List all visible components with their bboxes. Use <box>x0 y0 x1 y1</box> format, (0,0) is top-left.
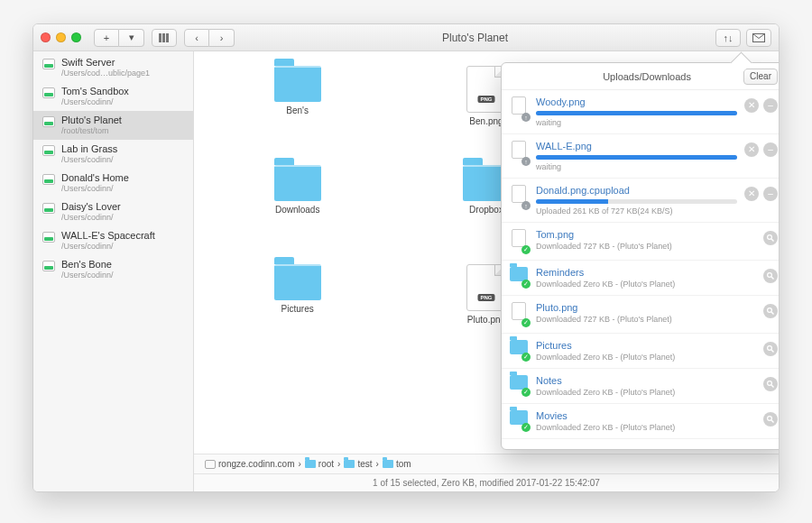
success-badge-icon: ✓ <box>521 245 531 254</box>
transfer-status: Downloaded Zero KB - (Pluto's Planet) <box>536 352 756 362</box>
clear-transfers-button[interactable]: Clear <box>743 69 778 85</box>
upload-badge-icon: ↑ <box>521 157 531 166</box>
sidebar-item-path: /Users/codinn/ <box>61 242 155 252</box>
sidebar-item-path: /Users/codinn/ <box>61 271 114 280</box>
transfer-name: Tom.png <box>536 228 756 241</box>
success-badge-icon: ✓ <box>521 353 531 362</box>
svg-line-11 <box>771 350 774 353</box>
sidebar-item[interactable]: Daisy's Lover /Users/codinn/ <box>33 197 193 226</box>
sidebar-item-name: Tom's Sandbox <box>61 86 129 97</box>
transfer-name: Pictures <box>536 339 756 352</box>
transfer-status: waiting <box>536 161 737 172</box>
status-bar: 1 of 15 selected, Zero KB, modified 2017… <box>194 473 779 491</box>
reveal-transfer-button[interactable] <box>763 269 778 283</box>
transfer-status: Uploaded 261 KB of 727 KB(24 KB/S) <box>536 206 737 216</box>
transfer-name: Woody.png <box>536 96 737 108</box>
breadcrumb-host[interactable]: rongze.codinn.com <box>218 459 295 469</box>
sidebar-item-path: /Users/codinn/ <box>61 97 129 107</box>
server-icon <box>42 87 55 98</box>
transfer-progress <box>536 155 737 160</box>
cancel-transfer-button[interactable]: ✕ <box>744 98 759 113</box>
sidebar-item[interactable]: Ben's Bone /Users/codinn/ <box>33 255 193 284</box>
cancel-transfer-button[interactable]: ✕ <box>744 142 759 157</box>
sidebar-item[interactable]: Tom's Sandbox /Users/codinn/ <box>33 82 193 111</box>
view-mode-button[interactable] <box>152 29 177 47</box>
sidebar-item[interactable]: Lab in Grass /Users/codinn/ <box>33 140 193 169</box>
back-button[interactable]: ‹ <box>184 29 209 47</box>
cancel-transfer-button[interactable]: ✕ <box>744 187 759 201</box>
file-label: Dropbox <box>469 205 503 215</box>
folder-icon <box>383 460 393 468</box>
reveal-transfer-button[interactable] <box>763 231 778 245</box>
transfer-row: ✓ Pluto.png Downloaded 727 KB - (Pluto's… <box>502 296 780 334</box>
document-icon <box>512 229 526 247</box>
sidebar-item[interactable]: Pluto's Planet /root/test/tom <box>33 111 193 140</box>
sidebar-item-name: Pluto's Planet <box>61 115 122 126</box>
forward-button[interactable]: › <box>209 29 235 47</box>
document-icon <box>512 185 526 203</box>
svg-line-5 <box>771 239 774 242</box>
transfer-row: ↑ Woody.png waiting ✕– <box>502 90 780 134</box>
transfers-button[interactable]: ↑↓ <box>715 29 741 47</box>
svg-line-15 <box>771 420 774 423</box>
file-item[interactable]: Pictures <box>239 264 356 314</box>
add-menu-button[interactable]: ▾ <box>119 29 144 47</box>
sidebar-item[interactable]: WALL-E's Spacecraft /Users/codinn/ <box>33 226 193 255</box>
columns-icon <box>159 33 170 42</box>
transfer-status: Downloaded Zero KB - (Pluto's Planet) <box>536 387 756 398</box>
transfer-progress <box>536 199 737 204</box>
folder-icon <box>305 460 316 468</box>
transfer-name: Notes <box>536 374 756 387</box>
svg-point-14 <box>768 417 772 421</box>
add-button[interactable]: + <box>94 29 119 47</box>
svg-line-9 <box>771 312 774 315</box>
sidebar-item-path: /Users/cod…ublic/page1 <box>61 69 150 78</box>
server-icon <box>42 174 55 185</box>
window-title: Pluto's Planet <box>242 32 708 44</box>
file-item[interactable]: Ben's <box>239 66 356 115</box>
transfers-header: Uploads/Downloads Clear <box>502 63 780 90</box>
file-label: Pluto.png <box>467 315 505 325</box>
reveal-transfer-button[interactable] <box>763 342 778 356</box>
close-window-button[interactable] <box>41 32 51 42</box>
sidebar: Swift Server /Users/cod…ublic/page1 Tom'… <box>33 51 194 491</box>
sidebar-item-path: /Users/codinn/ <box>61 184 129 194</box>
svg-rect-1 <box>162 33 165 42</box>
transfer-status: Downloaded 727 KB - (Pluto's Planet) <box>536 241 756 252</box>
reveal-transfer-button[interactable] <box>763 412 778 427</box>
server-icon <box>42 232 55 243</box>
remove-transfer-button[interactable]: – <box>763 142 778 157</box>
remove-transfer-button[interactable]: – <box>763 98 778 113</box>
window-controls <box>41 32 81 42</box>
sidebar-item[interactable]: Swift Server /Users/cod…ublic/page1 <box>33 53 193 82</box>
file-label: Ben's <box>286 106 309 115</box>
svg-point-6 <box>768 273 772 278</box>
breadcrumb-segment[interactable]: tom <box>383 459 411 469</box>
transfers-title: Uploads/Downloads <box>550 71 743 82</box>
transfer-name: Reminders <box>536 266 756 279</box>
folder-icon <box>274 66 321 102</box>
chevron-right-icon: › <box>376 459 379 469</box>
mail-button[interactable] <box>746 29 771 47</box>
sidebar-item-name: Swift Server <box>61 57 150 69</box>
transfer-status: Downloaded 727 KB - (Pluto's Planet) <box>536 314 756 325</box>
svg-line-13 <box>771 385 774 388</box>
server-icon <box>42 203 55 214</box>
folder-icon <box>274 165 321 201</box>
minimize-window-button[interactable] <box>56 32 66 42</box>
transfers-list: ↑ Woody.png waiting ✕– ↑ WALL-E.png wait… <box>502 90 780 449</box>
reveal-transfer-button[interactable] <box>763 377 778 391</box>
svg-point-8 <box>768 308 772 313</box>
transfer-status: Downloaded Zero KB - (Pluto's Planet) <box>536 279 756 289</box>
folder-icon <box>344 460 355 468</box>
sidebar-item-name: WALL-E's Spacecraft <box>61 230 155 242</box>
sidebar-item[interactable]: Donald's Home /Users/codinn/ <box>33 169 193 197</box>
zoom-window-button[interactable] <box>71 32 81 42</box>
file-item[interactable]: Downloads <box>239 165 356 215</box>
breadcrumb-segment[interactable]: test <box>344 459 372 469</box>
reveal-transfer-button[interactable] <box>763 304 778 318</box>
remove-transfer-button[interactable]: – <box>763 187 778 201</box>
titlebar: + ▾ ‹ › Pluto's Planet ↑↓ <box>33 24 779 51</box>
chevron-right-icon: › <box>299 459 301 469</box>
breadcrumb-segment[interactable]: root <box>305 459 334 469</box>
